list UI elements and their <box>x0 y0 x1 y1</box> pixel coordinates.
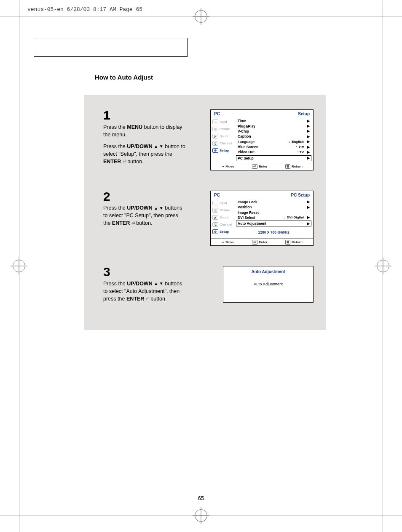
picture-icon: ▥ <box>212 208 218 213</box>
enter-icon: ⏎ <box>146 296 149 302</box>
setup-icon: ⚙ <box>212 229 218 234</box>
osd-title: Setup <box>298 112 310 116</box>
nav-picture: ▥Picture <box>212 207 235 214</box>
item-plugplay: Plug&Play▶ <box>238 123 310 128</box>
move-icon: ♦ <box>221 240 224 244</box>
footer-move: ♦Move <box>221 164 234 169</box>
footer-enter: ⏎Enter <box>252 240 267 245</box>
step-1: 1 Press the MENU button to display the m… <box>103 109 314 170</box>
step-3: 3 Press the UP/DOWN ▲ ▼ buttons to selec… <box>103 266 314 303</box>
return-icon: Ⅲ <box>285 164 290 169</box>
page-number: 65 <box>198 495 204 501</box>
input-icon: ▭ <box>212 201 218 205</box>
step-2: 2 Press the UP/DOWN ▲ ▼ buttons to selec… <box>103 191 314 246</box>
item-imagelock: Image Lock▶ <box>238 200 310 205</box>
footer-return: ⅢReturn <box>285 164 303 169</box>
updown-icon: ▲ ▼ <box>154 281 163 287</box>
return-icon: Ⅲ <box>285 240 290 245</box>
step-text: Press the MENU button to display the men… <box>103 123 185 166</box>
osd-mode: PC <box>214 112 220 116</box>
item-position: Position▶ <box>238 205 310 210</box>
updown-icon: ▲ ▼ <box>154 144 163 150</box>
nav-input: ▭Input <box>212 200 235 207</box>
item-language: Language: English▶ <box>238 139 310 144</box>
resolution-status: 1280 X 768 @60Hz <box>238 227 310 237</box>
enter-icon: ⏎ <box>252 240 257 245</box>
nav-channel: 📡Channel <box>212 221 235 228</box>
osd-setup-menu: PC Setup ▭Input ▥Picture 🔊Sound 📡Channel… <box>210 109 314 170</box>
item-imagereset: Image Reset <box>238 210 310 215</box>
setup-icon: ⚙ <box>212 148 218 153</box>
osd-autoadjustment: Auto Adjustment Auto Adjustment <box>223 266 314 303</box>
sound-icon: 🔊 <box>212 134 218 138</box>
section-title: How to Auto Adjust <box>95 74 153 81</box>
move-icon: ♦ <box>221 165 224 168</box>
sound-icon: 🔊 <box>212 215 218 220</box>
print-slug: venus-05-en 6/28/03 8:17 AM Page 65 <box>27 6 142 13</box>
osd-mode: PC <box>214 193 220 197</box>
item-time: Time▶ <box>238 118 310 123</box>
enter-icon: ⏎ <box>131 221 135 227</box>
page-frame: How to Auto Adjust 1 Press the MENU butt… <box>19 23 383 509</box>
item-pcsetup: PC Setup▶ <box>236 155 311 161</box>
nav-setup: ⚙Setup <box>212 228 235 235</box>
item-caption: Caption▶ <box>238 134 310 139</box>
step-number: 3 <box>103 266 185 278</box>
nav-setup: ⚙Setup <box>212 147 235 154</box>
input-icon: ▭ <box>212 120 218 124</box>
autoadj-title: Auto Adjustment <box>223 266 313 282</box>
registration-mark-icon <box>195 10 207 23</box>
autoadj-body: Auto Adjustment <box>223 282 313 286</box>
footer-enter: ⏎Enter <box>252 164 267 169</box>
registration-mark-icon <box>195 509 207 522</box>
step-text: Press the UP/DOWN ▲ ▼ buttons to select … <box>103 204 185 227</box>
item-dviselect: DVI Select: DVI-Digital▶ <box>238 215 310 220</box>
step-number: 1 <box>103 109 185 122</box>
osd-title: PC Setup <box>291 193 310 197</box>
osd-pcsetup-menu: PC PC Setup ▭Input ▥Picture 🔊Sound 📡Chan… <box>210 191 314 246</box>
item-bluescreen: Blue Screen: Off▶ <box>238 144 310 149</box>
updown-icon: ▲ ▼ <box>154 205 163 212</box>
picture-icon: ▥ <box>212 127 218 131</box>
item-vchip: V-Chip▶ <box>238 129 310 134</box>
channel-icon: 📡 <box>212 222 218 227</box>
item-videoout: Video Out: TV▶ <box>238 149 310 154</box>
nav-channel: 📡Channel <box>212 140 235 147</box>
channel-icon: 📡 <box>212 141 218 146</box>
step-text: Press the UP/DOWN ▲ ▼ buttons to select … <box>103 280 185 303</box>
enter-icon: ⏎ <box>123 159 126 165</box>
footer-return: ⅢReturn <box>285 240 303 245</box>
nav-sound: 🔊Sound <box>212 214 235 221</box>
nav-sound: 🔊Sound <box>212 133 235 140</box>
footer-move: ♦Move <box>221 240 234 245</box>
header-box <box>34 38 188 57</box>
item-autoadjustment: Auto Adjustment▶ <box>236 221 311 226</box>
step-number: 2 <box>103 191 185 203</box>
enter-icon: ⏎ <box>252 164 257 169</box>
content-panel: 1 Press the MENU button to display the m… <box>84 95 326 330</box>
nav-input: ▭Input <box>212 118 235 125</box>
nav-picture: ▥Picture <box>212 125 235 133</box>
